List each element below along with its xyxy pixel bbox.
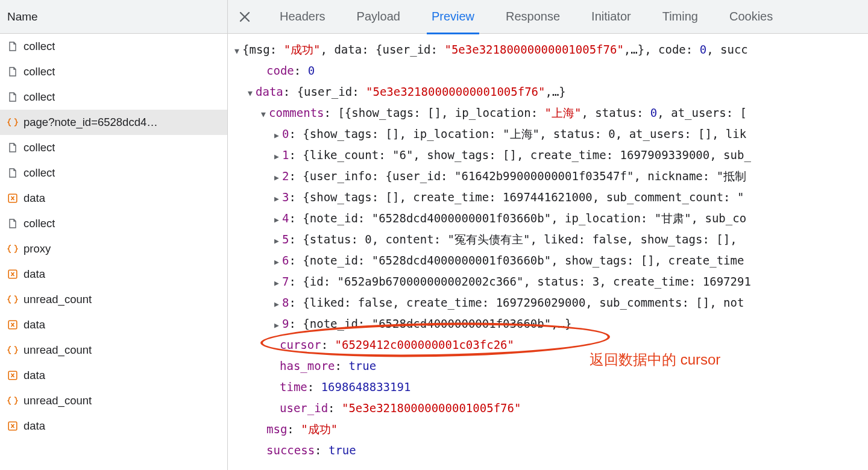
expand-arrow-icon[interactable] xyxy=(231,42,242,61)
request-name: proxy xyxy=(24,242,51,255)
close-detail-button[interactable] xyxy=(234,6,256,28)
request-row[interactable]: proxy xyxy=(0,236,227,262)
tab-cookies[interactable]: Cookies xyxy=(714,0,788,34)
doc-icon xyxy=(7,92,18,102)
json-orange-icon xyxy=(7,345,18,356)
xhr-orange-icon xyxy=(7,319,18,330)
doc-icon xyxy=(7,142,18,153)
json-comments-row[interactable]: comments: [{show_tags: [], ip_location: … xyxy=(231,103,864,124)
doc-icon xyxy=(7,41,18,52)
request-row[interactable]: unread_count xyxy=(0,337,227,363)
json-data-row[interactable]: data: {user_id: "5e3e32180000000001005f7… xyxy=(231,82,864,103)
json-array-item-row[interactable]: 8: {liked: false, create_time: 169729602… xyxy=(231,293,864,314)
json-orange-icon xyxy=(7,395,18,406)
json-array-item-row[interactable]: 6: {note_id: "6528dcd4000000001f03660b",… xyxy=(231,251,864,272)
json-has-more-row[interactable]: has_more: true xyxy=(231,356,864,377)
preview-pane[interactable]: {msg: "成功", data: {user_id: "5e3e3218000… xyxy=(228,34,868,470)
xhr-orange-icon xyxy=(7,193,18,204)
json-success-row[interactable]: success: true xyxy=(231,440,864,462)
json-array-item-row[interactable]: 3: {show_tags: [], create_time: 16974416… xyxy=(231,187,864,208)
request-row[interactable]: collect xyxy=(0,84,227,110)
json-array-item-row[interactable]: 1: {like_count: "6", show_tags: [], crea… xyxy=(231,145,864,166)
request-row[interactable]: collect xyxy=(0,211,227,236)
tab-payload[interactable]: Payload xyxy=(341,0,416,34)
expand-arrow-icon[interactable] xyxy=(271,189,282,208)
tab-preview[interactable]: Preview xyxy=(416,0,490,34)
expand-arrow-icon[interactable] xyxy=(271,168,282,187)
request-name: collect xyxy=(24,217,55,230)
request-row[interactable]: data xyxy=(0,413,227,439)
request-name: collect xyxy=(24,65,55,78)
json-time-row[interactable]: time: 1698648833191 xyxy=(231,377,864,398)
request-row[interactable]: data xyxy=(0,186,227,211)
json-msg-row[interactable]: msg: "成功" xyxy=(231,419,864,440)
annotation-text: 返回数据中的 cursor xyxy=(590,350,720,369)
json-code-row[interactable]: code: 0 xyxy=(231,61,864,82)
request-name: collect xyxy=(24,141,55,154)
request-name: data xyxy=(24,192,45,205)
expand-arrow-icon[interactable] xyxy=(271,274,282,293)
tab-headers[interactable]: Headers xyxy=(264,0,341,34)
expand-arrow-icon[interactable] xyxy=(271,316,282,335)
request-row[interactable]: collect xyxy=(0,59,227,84)
request-list: collectcollectcollectpage?note_id=6528dc… xyxy=(0,34,227,470)
tab-timing[interactable]: Timing xyxy=(647,0,714,34)
expand-arrow-icon[interactable] xyxy=(271,295,282,314)
tab-initiator[interactable]: Initiator xyxy=(576,0,647,34)
json-array-item-row[interactable]: 9: {note_id: "6528dcd4000000001f03660b",… xyxy=(231,314,864,335)
json-orange-icon xyxy=(7,243,18,254)
tab-response[interactable]: Response xyxy=(490,0,576,34)
request-row[interactable]: data xyxy=(0,262,227,287)
name-column-header[interactable]: Name xyxy=(0,0,227,34)
json-array-item-row[interactable]: 2: {user_info: {user_id: "61642b99000000… xyxy=(231,166,864,187)
request-row[interactable]: data xyxy=(0,312,227,337)
request-name: collect xyxy=(24,40,55,53)
json-array-item-row[interactable]: 4: {note_id: "6528dcd4000000001f03660b",… xyxy=(231,208,864,230)
expand-arrow-icon[interactable] xyxy=(245,84,256,103)
json-array-item-row[interactable]: 0: {show_tags: [], ip_location: "上海", st… xyxy=(231,124,864,145)
xhr-orange-icon xyxy=(7,370,18,381)
json-orange-icon xyxy=(7,294,18,305)
expand-arrow-icon[interactable] xyxy=(271,147,282,166)
request-name: collect xyxy=(24,90,55,104)
json-array-item-row[interactable]: 5: {status: 0, content: "冤有头债有主", liked:… xyxy=(231,230,864,251)
request-name: data xyxy=(24,318,45,331)
request-name: page?note_id=6528dcd4… xyxy=(24,116,158,129)
request-row[interactable]: page?note_id=6528dcd4… xyxy=(0,110,227,135)
request-name: data xyxy=(24,419,45,433)
request-name: data xyxy=(24,268,45,281)
request-row[interactable]: collect xyxy=(0,34,227,59)
doc-icon xyxy=(7,66,18,77)
json-array-item-row[interactable]: 7: {id: "652a9b670000000002002c366", sta… xyxy=(231,272,864,293)
request-row[interactable]: unread_count xyxy=(0,388,227,413)
request-name: data xyxy=(24,369,45,382)
request-name: unread_count xyxy=(24,394,92,407)
request-name: unread_count xyxy=(24,343,92,357)
expand-arrow-icon[interactable] xyxy=(271,231,282,251)
xhr-orange-icon xyxy=(7,269,18,280)
request-name: collect xyxy=(24,166,55,180)
request-row[interactable]: collect xyxy=(0,135,227,160)
doc-icon xyxy=(7,218,18,229)
expand-arrow-icon[interactable] xyxy=(271,252,282,272)
tab-bar: HeadersPayloadPreviewResponseInitiatorTi… xyxy=(228,0,868,34)
expand-arrow-icon[interactable] xyxy=(258,105,269,124)
detail-panel: HeadersPayloadPreviewResponseInitiatorTi… xyxy=(228,0,868,470)
expand-arrow-icon[interactable] xyxy=(271,210,282,230)
expand-arrow-icon[interactable] xyxy=(271,126,282,145)
request-row[interactable]: data xyxy=(0,363,227,388)
request-row[interactable]: unread_count xyxy=(0,287,227,312)
json-user-id-row[interactable]: user_id: "5e3e32180000000001005f76" xyxy=(231,398,864,419)
request-row[interactable]: collect xyxy=(0,160,227,186)
doc-icon xyxy=(7,168,18,178)
xhr-orange-icon xyxy=(7,421,18,431)
json-cursor-row[interactable]: cursor: "6529412c000000001c03fc26" xyxy=(231,335,864,356)
request-name: unread_count xyxy=(24,293,92,306)
json-root-row[interactable]: {msg: "成功", data: {user_id: "5e3e3218000… xyxy=(231,40,864,61)
request-list-panel: Name collectcollectcollectpage?note_id=6… xyxy=(0,0,228,470)
json-orange-icon xyxy=(7,117,18,128)
close-icon xyxy=(239,11,250,22)
